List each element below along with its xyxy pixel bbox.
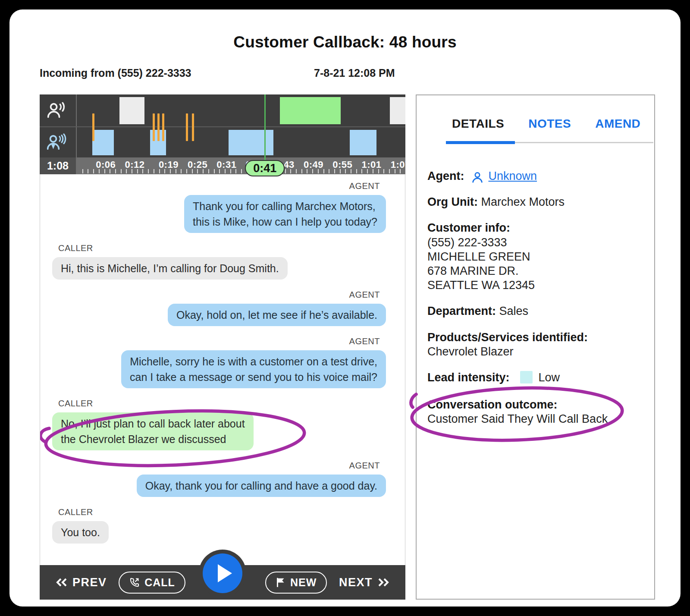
chat-bubble-caller: Hi, this is Michelle, I’m calling for Do…: [52, 257, 288, 280]
org-unit-label: Org Unit:: [427, 195, 478, 208]
lead-intensity-row: Lead intensity:Low: [427, 371, 641, 385]
products-value: Chevrolet Blazer: [427, 345, 514, 358]
ruler-tick: [214, 169, 215, 173]
call-button[interactable]: CALL: [119, 572, 185, 594]
next-button[interactable]: NEXT: [339, 576, 390, 589]
customer-info-block: Customer info: (555) 222-3333 MICHELLE G…: [427, 221, 641, 292]
ruler-tick: [115, 169, 116, 173]
department-label: Department:: [427, 305, 496, 317]
outcome-label: Conversation outcome:: [427, 398, 558, 411]
ruler-tick: [132, 169, 132, 173]
details-tab-bar: DETAILSNOTESAMEND: [417, 95, 654, 131]
org-unit-value: Marchex Motors: [481, 195, 565, 208]
agent-link[interactable]: Unknown: [488, 169, 537, 183]
ruler-tick: [345, 169, 346, 173]
ruler-tick: [104, 169, 105, 173]
transcript-message: CALLERYou too.: [52, 507, 386, 544]
agent-track-icon-cell: [40, 94, 77, 126]
timeline-ruler-row: 1:08 0:060:120:190:250:310:370:430:490:5…: [40, 157, 405, 174]
department-row: Department: Sales: [427, 304, 641, 318]
prev-button[interactable]: PREV: [55, 576, 107, 589]
tab-notes[interactable]: NOTES: [528, 117, 571, 131]
lead-intensity-label: Lead intensity:: [427, 371, 510, 384]
ruler-time-label: 0:12: [125, 159, 144, 170]
ruler-tick: [235, 169, 236, 173]
chat-bubble-agent: Okay, thank you for calling and have a g…: [137, 475, 386, 497]
bubble-wrap: Okay, hold on, let me see if he’s availa…: [168, 304, 386, 326]
agent-speech-block: [280, 97, 341, 124]
agent-speaking-icon: [46, 101, 69, 119]
bubble-wrap: Hi, this is Michelle, I’m calling for Do…: [52, 257, 288, 280]
call-button-label: CALL: [144, 576, 175, 589]
lead-intensity-value: Low: [539, 371, 560, 384]
ruler-tick: [373, 169, 373, 173]
products-label: Products/Services identified:: [427, 331, 588, 344]
ruler-tick: [383, 169, 384, 173]
ruler-tick: [121, 169, 122, 173]
ruler-tick: [241, 169, 242, 173]
person-icon: [471, 171, 484, 183]
ruler-tick: [93, 169, 94, 173]
ruler-tick: [285, 169, 286, 173]
chat-bubble-agent: Michelle, sorry he is with a customer on…: [121, 350, 386, 388]
bubble-wrap: Thank you for calling Marchex Motors, th…: [184, 195, 386, 233]
play-button[interactable]: [199, 550, 246, 597]
prev-button-label: PREV: [72, 576, 107, 589]
agent-speech-block: [390, 97, 405, 124]
ruler-tick: [137, 169, 138, 173]
tab-amend[interactable]: AMEND: [595, 117, 640, 131]
details-panel: DETAILSNOTESAMEND Agent: Unknown Org Uni…: [416, 94, 655, 600]
ruler-tick: [88, 169, 88, 173]
ruler-tick: [389, 169, 390, 173]
ruler-tick: [367, 169, 368, 173]
ruler-tick: [142, 169, 143, 173]
play-icon: [203, 553, 242, 593]
playhead-time-pill[interactable]: 0:41: [245, 160, 285, 176]
speaker-label: CALLER: [58, 243, 93, 253]
ruler-tick: [329, 169, 329, 173]
chat-bubble-caller: No, I’ll just plan to call back later ab…: [52, 412, 254, 450]
caller-speaking-icon: [46, 133, 70, 151]
ruler-tick: [356, 169, 357, 173]
customer-info-label: Customer info:: [427, 221, 510, 234]
caller-speech-block: [150, 130, 166, 156]
flag-icon: [276, 577, 286, 588]
ruler-tick: [290, 169, 291, 173]
caller-speech-track[interactable]: [77, 127, 405, 157]
new-button-label: NEW: [290, 576, 317, 589]
transcript-message: CALLERNo, I’ll just plan to call back la…: [52, 399, 386, 450]
app-window: Customer Callback: 48 hours Incoming fro…: [9, 9, 681, 607]
ruler-tick: [400, 169, 401, 173]
agent-speech-track[interactable]: [77, 94, 405, 126]
chat-bubble-agent: Thank you for calling Marchex Motors, th…: [184, 195, 386, 233]
products-block: Products/Services identified: Chevrolet …: [427, 330, 641, 359]
ruler-tick: [170, 169, 171, 173]
ruler-tick: [99, 169, 100, 173]
double-chevron-right-icon: [377, 578, 390, 587]
agent-row: Agent: Unknown: [427, 169, 641, 183]
player-toolbar: PREV CALL NEW NEXT: [40, 565, 405, 600]
speaker-label: AGENT: [349, 461, 380, 471]
new-flag-button[interactable]: NEW: [265, 572, 327, 594]
caller-speech-block: [92, 130, 114, 156]
speaker-label: AGENT: [349, 336, 380, 346]
ruler-tick: [334, 169, 335, 173]
speaker-label: AGENT: [349, 181, 380, 191]
ruler-tick: [197, 169, 198, 173]
ruler-tick: [323, 169, 324, 173]
details-body: Agent: Unknown Org Unit: Marchex Motors …: [417, 143, 654, 438]
ruler-tick: [225, 169, 226, 173]
agent-track-row: [40, 94, 405, 127]
playhead[interactable]: 0:41: [264, 94, 266, 174]
ruler-tick: [181, 169, 182, 173]
customer-info-lines: (555) 222-3333 MICHELLE GREEN 678 MARINE…: [427, 236, 535, 292]
bubble-wrap: Michelle, sorry he is with a customer on…: [121, 350, 386, 388]
tab-details[interactable]: DETAILS: [452, 117, 504, 131]
next-button-label: NEXT: [339, 576, 373, 589]
agent-speech-block: [119, 97, 144, 124]
ruler-tick: [186, 169, 187, 173]
ruler-tick: [361, 169, 362, 173]
timeline-ruler[interactable]: 0:060:120:190:250:310:370:430:490:551:01…: [77, 157, 405, 174]
double-chevron-left-icon: [55, 578, 68, 587]
chat-bubble-caller: You too.: [52, 521, 109, 544]
